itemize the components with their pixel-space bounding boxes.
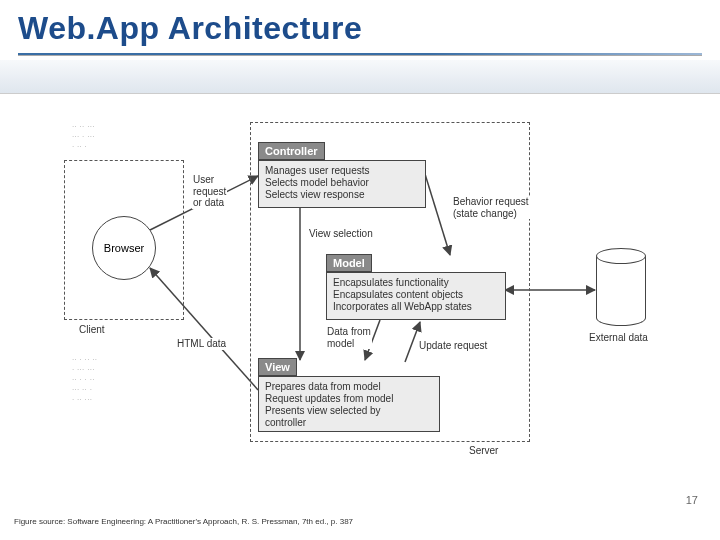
server-label: Server (468, 445, 499, 457)
controller-line3: Selects view response (265, 189, 419, 201)
controller-title: Controller (258, 142, 325, 160)
arrow-label-update-request: Update request (418, 340, 488, 352)
model-box: Encapsulates functionality Encapsulates … (326, 272, 506, 320)
controller-line2: Selects model behavior (265, 177, 419, 189)
controller-line1: Manages user requests (265, 165, 419, 177)
model-title: Model (326, 254, 372, 272)
header-band (0, 60, 720, 94)
view-line1: Prepares data from model (265, 381, 433, 393)
view-line3: Presents view selected by (265, 405, 433, 417)
view-line2: Request updates from model (265, 393, 433, 405)
browser-label: Browser (104, 242, 144, 254)
source-footer: Figure source: Software Engineering: A P… (14, 517, 353, 526)
ghost-text-bl: ·· · ·· ··· ··· ····· · · ····· ·· ·· ··… (72, 355, 162, 405)
ghost-text-tl: ·· ·· ······ · ···· ·· · (72, 122, 152, 152)
arrow-label-view-selection: View selection (308, 228, 374, 240)
arrow-label-html-data: HTML data (176, 338, 227, 350)
model-line3: Incorporates all WebApp states (333, 301, 499, 313)
external-data-label: External data (588, 332, 649, 344)
architecture-diagram: ·· ·· ······ · ···· ·· · ·· · ·· ··· ···… (0, 100, 720, 480)
title-underline (18, 53, 702, 56)
controller-box: Manages user requests Selects model beha… (258, 160, 426, 208)
browser-node: Browser (92, 216, 156, 280)
client-label: Client (78, 324, 106, 336)
view-line4: controller (265, 417, 433, 429)
external-data-cylinder (596, 256, 646, 326)
arrow-label-data-from-model: Data from model (326, 326, 372, 349)
arrow-label-user-request: User request or data (192, 174, 227, 209)
view-title: View (258, 358, 297, 376)
model-line1: Encapsulates functionality (333, 277, 499, 289)
model-line2: Encapsulates content objects (333, 289, 499, 301)
page-number: 17 (686, 494, 698, 506)
view-box: Prepares data from model Request updates… (258, 376, 440, 432)
arrow-label-behavior-request: Behavior request (state change) (452, 196, 530, 219)
slide-title: Web.App Architecture (18, 10, 702, 47)
